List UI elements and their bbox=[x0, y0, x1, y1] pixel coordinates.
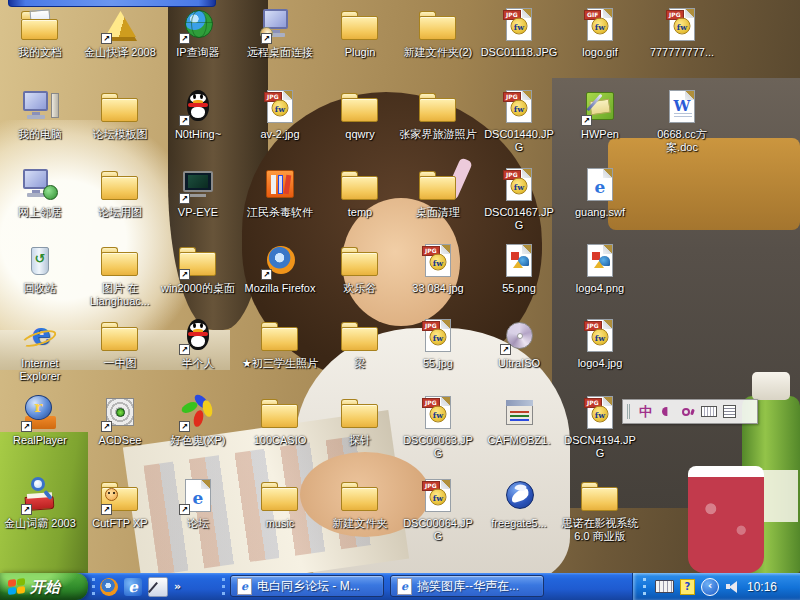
ime-punctuation-button[interactable] bbox=[679, 403, 696, 420]
desktop-icon-label: Mozilla Firefox bbox=[241, 282, 319, 295]
desktop-icon[interactable]: music bbox=[241, 477, 319, 530]
desktop-icon[interactable]: ↗Mozilla Firefox bbox=[241, 242, 319, 295]
desktop-icon-label: logo4.png bbox=[561, 282, 639, 295]
desktop-icon[interactable]: ↗win2000的桌面 bbox=[159, 242, 237, 295]
desktop-icon[interactable]: JPGfw55.jpg bbox=[399, 317, 477, 370]
quicklaunch-grip[interactable] bbox=[92, 578, 98, 595]
desktop-icon[interactable]: JPGfwDSC01440.JPG bbox=[480, 88, 558, 154]
desktop-icon-label: 张家界旅游照片 bbox=[399, 128, 477, 141]
desktop-icon[interactable]: ↗VP-EYE bbox=[159, 166, 237, 219]
desktop-icon[interactable]: ↺回收站 bbox=[1, 242, 79, 295]
desktop-icon-label: 金山快译 2008 bbox=[81, 46, 159, 59]
desktop-icon[interactable]: ↗CutFTP XP bbox=[81, 477, 159, 530]
desktop-icon[interactable]: e↗论坛 bbox=[159, 477, 237, 530]
desktop-icon[interactable]: GIFfwlogo.gif bbox=[561, 6, 639, 59]
desktop-icon[interactable]: ↗HWPen bbox=[561, 88, 639, 141]
desktop-icon[interactable]: JPGfwDSC00063.JPG bbox=[399, 394, 477, 460]
desktop-icon[interactable]: 网上邻居 bbox=[1, 166, 79, 219]
desktop-icon[interactable]: freegate5... bbox=[480, 477, 558, 530]
desktop-icon[interactable]: 论坛模板图 bbox=[81, 88, 159, 141]
desktop-icon[interactable]: r↗RealPlayer bbox=[1, 394, 79, 447]
jpg-icon: JPGfw bbox=[497, 6, 541, 44]
desktop-icon[interactable]: 我的文档 bbox=[1, 6, 79, 59]
tray-collapse-chevron-icon[interactable]: ‹ bbox=[701, 578, 719, 596]
folder-icon bbox=[338, 88, 382, 126]
desktop-icon[interactable]: 我的电脑 bbox=[1, 88, 79, 141]
desktop-icon[interactable]: temp bbox=[321, 166, 399, 219]
desktop-icon[interactable]: JPGfwDSC00064.JPG bbox=[399, 477, 477, 543]
desktop-screen: 我的文档↗金山快译 2008↗IP查询器↗远程桌面连接Plugin新建文件夹(2… bbox=[0, 0, 800, 600]
desktop-icon[interactable]: 100CASIO bbox=[241, 394, 319, 447]
desktop-icon[interactable]: eguang.swf bbox=[561, 166, 639, 219]
desktop-icon[interactable]: 张家界旅游照片 bbox=[399, 88, 477, 141]
desktop-icon[interactable]: JPGfw777777777... bbox=[643, 6, 721, 59]
tray-grip[interactable] bbox=[643, 578, 649, 595]
desktop-icon-label: ★初三学生照片 bbox=[241, 357, 319, 370]
desktop-icon-label: 一中图 bbox=[81, 357, 159, 370]
desktop-icon[interactable]: 论坛用图 bbox=[81, 166, 159, 219]
desktop-icon[interactable]: Plugin bbox=[321, 6, 399, 59]
ime-soft-keyboard-button[interactable] bbox=[700, 403, 717, 420]
desktop-icon[interactable]: eInternet Explorer bbox=[1, 317, 79, 383]
language-bar-grip[interactable] bbox=[627, 404, 633, 419]
quicklaunch-overflow-chevron-icon[interactable]: » bbox=[174, 573, 181, 600]
desktop-icon[interactable]: 思诺在影视系统6.0 商业版 bbox=[561, 477, 639, 543]
jpg-icon: JPGfw bbox=[258, 88, 302, 126]
desktop-icon[interactable]: ↗远程桌面连接 bbox=[241, 6, 319, 59]
ime-chinese-mode-button[interactable]: 中 bbox=[637, 403, 654, 420]
tray-keyboard-icon[interactable] bbox=[655, 580, 674, 593]
folder-icon bbox=[98, 166, 142, 204]
desktop-icon[interactable]: ↗金山快译 2008 bbox=[81, 6, 159, 59]
desktop-icon[interactable]: 江民杀毒软件 bbox=[241, 166, 319, 219]
quicklaunch-firefox-icon[interactable] bbox=[100, 578, 118, 596]
taskband-grip[interactable] bbox=[222, 578, 228, 595]
task-button-ie-window-1[interactable]: e 电白同乡论坛 - M... bbox=[230, 575, 384, 597]
desktop-icon[interactable]: JPGfwDSC01467.JPG bbox=[480, 166, 558, 232]
desktop-icon[interactable]: ↗N0tHing~ bbox=[159, 88, 237, 141]
desktop-icon[interactable]: 欢乐谷 bbox=[321, 242, 399, 295]
jpg-icon: JPGfw bbox=[416, 242, 460, 280]
desktop-icon[interactable]: ★初三学生照片 bbox=[241, 317, 319, 370]
start-button[interactable]: 开始 bbox=[0, 573, 88, 600]
desktop-icon[interactable]: 一中图 bbox=[81, 317, 159, 370]
desktop-icon-label: 论坛用图 bbox=[81, 206, 159, 219]
windows-logo-icon bbox=[8, 578, 25, 595]
ime-menu-button[interactable] bbox=[721, 403, 738, 420]
desktop-icon[interactable]: ↗好色鬼(XP) bbox=[159, 394, 237, 447]
task-button-ie-window-2[interactable]: e 搞笑图库--华声在... bbox=[390, 575, 544, 597]
desktop-icon[interactable]: ↗金山词霸 2003 bbox=[1, 477, 79, 530]
desktop-icon[interactable]: ↗ACDSee bbox=[81, 394, 159, 447]
jpg-icon: JPGfw bbox=[578, 317, 622, 355]
desktop-icon[interactable]: qqwry bbox=[321, 88, 399, 141]
desktop-icon-label: logo.gif bbox=[561, 46, 639, 59]
desktop-icon[interactable]: JPGfwlogo4.jpg bbox=[561, 317, 639, 370]
desktop-icon[interactable]: ↗IP查询器 bbox=[159, 6, 237, 59]
quicklaunch-internet-explorer-icon[interactable]: e bbox=[124, 578, 142, 596]
desktop-icon[interactable]: W0668.cc方案.doc bbox=[643, 88, 721, 154]
ime-fullwidth-toggle-button[interactable] bbox=[658, 403, 675, 420]
desktop-icon[interactable]: 55.png bbox=[480, 242, 558, 295]
desktop-icon[interactable]: ↗UltraISO bbox=[480, 317, 558, 370]
desktop-icon-label: RealPlayer bbox=[1, 434, 79, 447]
folder-icon bbox=[338, 394, 382, 432]
desktop-icon[interactable]: ↗半个人 bbox=[159, 317, 237, 370]
tray-clock[interactable]: 10:16 bbox=[747, 580, 777, 594]
desktop-icon[interactable]: JPGfwav-2.jpg bbox=[241, 88, 319, 141]
desktop-icon-label: 桌面清理 bbox=[399, 206, 477, 219]
desktop-icon[interactable]: logo4.png bbox=[561, 242, 639, 295]
desktop-icon[interactable]: 图片 在 Lianghuac... bbox=[81, 242, 159, 308]
offscreen-window-titlebar[interactable] bbox=[8, 0, 216, 7]
desktop-icon[interactable]: JPGfw33 084.jpg bbox=[399, 242, 477, 295]
tray-volume-icon[interactable] bbox=[725, 580, 740, 593]
quicklaunch-show-desktop-icon[interactable] bbox=[148, 577, 168, 597]
desktop-icon[interactable]: 探针 bbox=[321, 394, 399, 447]
desktop-icon[interactable]: 新建文件夹(2) bbox=[399, 6, 477, 59]
desktop-icon[interactable]: JPGfwDSC01118.JPG bbox=[480, 6, 558, 59]
desktop-icon[interactable]: 桌面清理 bbox=[399, 166, 477, 219]
tray-ime-help-icon[interactable]: ? bbox=[680, 579, 695, 595]
desktop-icon[interactable]: 梁 bbox=[321, 317, 399, 370]
shortcut-arrow-icon: ↗ bbox=[179, 344, 190, 355]
desktop-icon[interactable]: 新建文件夹 bbox=[321, 477, 399, 530]
desktop-icon[interactable]: CAFMOBZ1. bbox=[480, 394, 558, 447]
folder-icon bbox=[338, 477, 382, 515]
